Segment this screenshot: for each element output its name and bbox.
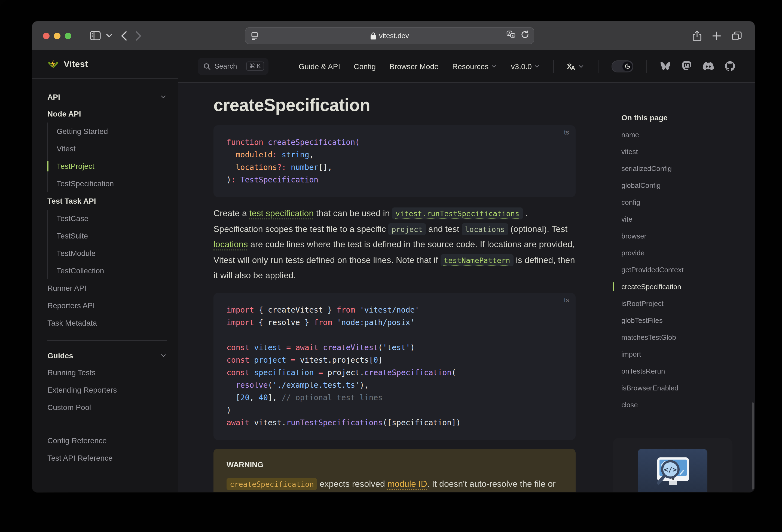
outline-item-matchestestglob[interactable]: matchesTestGlob xyxy=(621,329,738,346)
forward-button[interactable] xyxy=(136,31,142,41)
nav-item-v3-0-0[interactable]: v3.0.0 xyxy=(511,62,540,71)
sidebar-item-test-api-reference[interactable]: Test API Reference xyxy=(47,449,167,467)
nav-item-config[interactable]: Config xyxy=(354,62,376,71)
search-shortcut: ⌘ K xyxy=(246,62,264,71)
sidebar-item-config-reference[interactable]: Config Reference xyxy=(47,432,167,449)
inline-link[interactable]: module ID xyxy=(387,479,427,488)
sidebar-item-running-tests[interactable]: Running Tests xyxy=(47,364,167,381)
sidebar-item-extending-reporters[interactable]: Extending Reporters xyxy=(47,381,167,399)
reader-view-icon[interactable] xyxy=(250,32,259,39)
outline-item-globtestfiles[interactable]: globTestFiles xyxy=(621,312,738,329)
mastodon-icon[interactable] xyxy=(682,61,691,71)
back-button[interactable] xyxy=(121,31,127,41)
nav-item-resources[interactable]: Resources xyxy=(452,62,497,71)
inline-link[interactable]: locations xyxy=(213,240,248,249)
code-line: const specification = project.createSpec… xyxy=(226,366,563,379)
page-title: createSpecification xyxy=(213,95,576,116)
discord-icon[interactable] xyxy=(703,62,714,71)
outline-item-import[interactable]: import xyxy=(621,346,738,363)
inline-code: createSpecification xyxy=(226,478,317,490)
warning-body: createSpecification expects resolved mod… xyxy=(226,476,563,492)
sidebar-section: GuidesRunning TestsExtending ReportersCu… xyxy=(47,340,167,422)
inline-link[interactable]: test specification xyxy=(249,209,314,218)
sidebar-item-task-metadata[interactable]: Task Metadata xyxy=(47,314,167,331)
code-language-label: ts xyxy=(564,129,569,136)
nav-item-browser-mode[interactable]: Browser Mode xyxy=(389,62,439,71)
outline-aside: On this page namevitestserializedConfigg… xyxy=(613,83,738,413)
text-run: expects resolved xyxy=(317,479,387,488)
code-line: ) xyxy=(226,404,563,416)
new-tab-icon[interactable] xyxy=(712,31,721,40)
sidebar-section-api[interactable]: API xyxy=(47,89,167,105)
language-menu[interactable]: ẋA xyxy=(567,62,585,71)
sidebar-item-testcase[interactable]: TestCase xyxy=(57,210,167,227)
sidebar-item-custom-pool[interactable]: Custom Pool xyxy=(47,399,167,416)
code-block-signature[interactable]: ts function createSpecification( moduleI… xyxy=(213,125,576,197)
brand-name: Vitest xyxy=(64,59,88,69)
sidebar-toggle-icon[interactable] xyxy=(90,31,101,40)
outline-item-serializedconfig[interactable]: serializedConfig xyxy=(621,160,738,177)
theme-toggle[interactable] xyxy=(611,60,633,72)
minimize-window-button[interactable] xyxy=(54,32,61,39)
browser-titlebar: vitest.dev A a xyxy=(32,21,755,50)
reload-icon[interactable] xyxy=(521,31,529,41)
close-window-button[interactable] xyxy=(43,32,49,39)
sidebar-item-testmodule[interactable]: TestModule xyxy=(57,245,167,262)
code-content: function createSpecification( moduleId: … xyxy=(226,136,563,186)
nav-divider xyxy=(646,60,647,73)
code-block-example[interactable]: ts import { createVitest } from 'vitest/… xyxy=(213,293,576,440)
inline-link[interactable]: testNamePattern xyxy=(440,254,513,266)
zoom-window-button[interactable] xyxy=(65,32,71,39)
inline-link[interactable]: vitest.runTestSpecifications xyxy=(392,208,523,219)
code-line: const project = vitest.projects[0] xyxy=(226,354,563,366)
sidebar-item-test-task-api[interactable]: Test Task API xyxy=(47,192,167,210)
outline-item-createspecification[interactable]: createSpecification xyxy=(621,278,738,295)
outline-item-getprovidedcontext[interactable]: getProvidedContext xyxy=(621,261,738,278)
sidebar-item-node-api[interactable]: Node API xyxy=(47,105,167,122)
tab-overview-icon[interactable] xyxy=(732,31,742,40)
sidebar-item-reporters-api[interactable]: Reporters API xyxy=(47,297,167,314)
traffic-lights xyxy=(43,32,71,39)
outline-item-globalconfig[interactable]: globalConfig xyxy=(621,177,738,194)
text-run: (optional). Test xyxy=(508,224,567,233)
outline-item-vitest[interactable]: vitest xyxy=(621,143,738,160)
nav-divider xyxy=(598,60,599,73)
search-icon xyxy=(203,62,211,70)
scrollbar-thumb[interactable] xyxy=(752,402,754,490)
code-line xyxy=(226,329,563,341)
outline-item-provide[interactable]: provide xyxy=(621,245,738,261)
sidebar-section-guides[interactable]: Guides xyxy=(47,347,167,364)
outline-item-isbrowserenabled[interactable]: isBrowserEnabled xyxy=(621,380,738,396)
brand[interactable]: Vitest xyxy=(32,50,178,79)
translate-page-icon[interactable]: A a xyxy=(506,31,516,41)
outline-item-isrootproject[interactable]: isRootProject xyxy=(621,295,738,312)
sidebar-item-testproject[interactable]: TestProject xyxy=(57,157,167,175)
content: createSpecification ts function createSp… xyxy=(178,83,755,492)
chevron-down-icon xyxy=(491,63,497,69)
bluesky-icon[interactable] xyxy=(660,61,671,71)
github-icon[interactable] xyxy=(725,61,735,71)
code-content: import { createVitest } from 'vitest/nod… xyxy=(226,304,563,429)
sidebar-item-getting-started[interactable]: Getting Started xyxy=(57,122,167,140)
main: Search ⌘ K Guide & APIConfigBrowser Mode… xyxy=(178,50,755,492)
sponsor-card[interactable]: </> xyxy=(613,438,733,492)
outline-item-ontestsrerun[interactable]: onTestsRerun xyxy=(621,363,738,380)
outline-item-vite[interactable]: vite xyxy=(621,211,738,227)
nav-item-guide-api[interactable]: Guide & API xyxy=(299,62,340,71)
address-bar[interactable]: vitest.dev A a xyxy=(245,27,534,44)
share-icon[interactable] xyxy=(693,31,701,41)
outline-item-name[interactable]: name xyxy=(621,126,738,143)
code-line: locations?: number[], xyxy=(226,161,563,174)
sidebar-item-testspecification[interactable]: TestSpecification xyxy=(57,175,167,192)
sidebar-item-testsuite[interactable]: TestSuite xyxy=(57,227,167,245)
outline-item-close[interactable]: close xyxy=(621,396,738,413)
chevron-down-icon[interactable] xyxy=(106,34,112,38)
search-button[interactable]: Search ⌘ K xyxy=(198,58,269,75)
sidebar-item-vitest[interactable]: Vitest xyxy=(57,140,167,157)
outline-item-browser[interactable]: browser xyxy=(621,227,738,245)
page: Vitest APINode APIGetting StartedVitestT… xyxy=(32,50,755,492)
code-line: [20, 40], // optional test lines xyxy=(226,391,563,404)
sidebar-item-runner-api[interactable]: Runner API xyxy=(47,279,167,297)
outline-item-config[interactable]: config xyxy=(621,194,738,211)
sidebar-item-testcollection[interactable]: TestCollection xyxy=(57,262,167,279)
